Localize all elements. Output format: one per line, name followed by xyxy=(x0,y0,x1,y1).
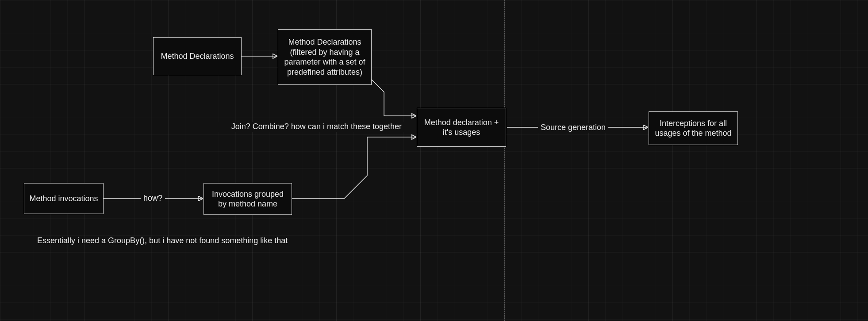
vertical-divider xyxy=(504,0,505,321)
diagram-canvas: Method Declarations Method Declarations … xyxy=(0,0,868,321)
node-text: Interceptions for all usages of the meth… xyxy=(653,118,733,138)
edge-filtered-to-combined xyxy=(372,80,416,116)
node-text: Method invocations xyxy=(29,194,98,204)
edge-label-join-combine: Join? Combine? how can i match these tog… xyxy=(219,122,404,132)
edge-grouped-to-combined xyxy=(292,137,416,199)
node-text: Method Declarations xyxy=(161,51,234,61)
node-method-invocations[interactable]: Method invocations xyxy=(24,183,104,214)
label-text: how? xyxy=(143,194,162,203)
label-text: Join? Combine? how can i match these tog… xyxy=(231,122,402,131)
note-text: Essentially i need a GroupBy(), but i ha… xyxy=(37,236,288,245)
node-text: Method declaration + it's usages xyxy=(422,118,501,138)
node-text: Invocations grouped by method name xyxy=(208,189,287,209)
node-interceptions[interactable]: Interceptions for all usages of the meth… xyxy=(649,111,738,145)
node-text: Method Declarations (filtered by having … xyxy=(283,37,367,77)
note-groupby: Essentially i need a GroupBy(), but i ha… xyxy=(37,236,288,245)
node-filtered-declarations[interactable]: Method Declarations (filtered by having … xyxy=(278,29,372,85)
node-method-declarations[interactable]: Method Declarations xyxy=(153,37,242,75)
edge-label-how: how? xyxy=(141,194,165,203)
node-combined[interactable]: Method declaration + it's usages xyxy=(417,108,506,147)
node-invocations-grouped[interactable]: Invocations grouped by method name xyxy=(204,183,292,215)
edge-label-source-generation: Source generation xyxy=(538,123,608,133)
edges-layer xyxy=(0,0,868,321)
label-text: Source generation xyxy=(541,123,606,132)
